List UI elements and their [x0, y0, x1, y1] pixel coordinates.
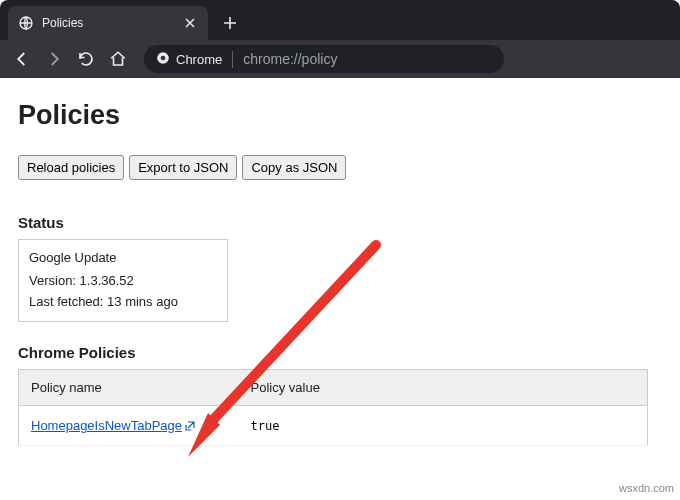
browser-tab[interactable]: Policies	[8, 6, 208, 40]
external-link-icon	[184, 420, 196, 432]
version-value: 1.3.36.52	[80, 273, 134, 288]
home-button[interactable]	[104, 45, 132, 73]
status-version-row: Version: 1.3.36.52	[29, 273, 217, 288]
page-title: Policies	[18, 100, 662, 131]
new-tab-button[interactable]	[216, 9, 244, 37]
browser-toolbar: Chrome chrome://policy	[0, 40, 680, 78]
status-heading: Status	[18, 214, 662, 231]
table-header-row: Policy name Policy value	[19, 370, 648, 406]
action-button-row: Reload policies Export to JSON Copy as J…	[18, 155, 662, 180]
status-box-title: Google Update	[29, 250, 217, 265]
table-row: HomepageIsNewTabPage true	[19, 406, 648, 446]
forward-button[interactable]	[40, 45, 68, 73]
back-button[interactable]	[8, 45, 36, 73]
policy-name-text: HomepageIsNewTabPage	[31, 418, 182, 433]
globe-icon	[18, 15, 34, 31]
reload-policies-button[interactable]: Reload policies	[18, 155, 124, 180]
svg-point-2	[161, 55, 166, 60]
last-fetched-value: 13 mins ago	[107, 294, 178, 309]
export-json-button[interactable]: Export to JSON	[129, 155, 237, 180]
omnibox-chip-label: Chrome	[176, 52, 222, 67]
address-bar[interactable]: Chrome chrome://policy	[144, 45, 504, 73]
tab-title: Policies	[42, 16, 174, 30]
tab-strip: Policies	[0, 0, 680, 40]
policy-table: Policy name Policy value HomepageIsNewTa…	[18, 369, 648, 446]
browser-chrome: Policies Chrome chr	[0, 0, 680, 78]
watermark: wsxdn.com	[619, 482, 674, 494]
close-icon[interactable]	[182, 15, 198, 31]
reload-button[interactable]	[72, 45, 100, 73]
chrome-policies-heading: Chrome Policies	[18, 344, 662, 361]
status-fetched-row: Last fetched: 13 mins ago	[29, 294, 217, 309]
status-box: Google Update Version: 1.3.36.52 Last fe…	[18, 239, 228, 322]
col-policy-value: Policy value	[239, 370, 648, 406]
version-label: Version:	[29, 273, 80, 288]
col-policy-name: Policy name	[19, 370, 239, 406]
chrome-icon	[156, 51, 170, 68]
policy-name-link[interactable]: HomepageIsNewTabPage	[31, 418, 196, 433]
url-text: chrome://policy	[243, 51, 337, 67]
omnibox-chip: Chrome	[156, 51, 233, 68]
page-content: Policies Reload policies Export to JSON …	[0, 78, 680, 468]
policy-value-cell: true	[239, 406, 648, 446]
last-fetched-label: Last fetched:	[29, 294, 107, 309]
copy-json-button[interactable]: Copy as JSON	[242, 155, 346, 180]
